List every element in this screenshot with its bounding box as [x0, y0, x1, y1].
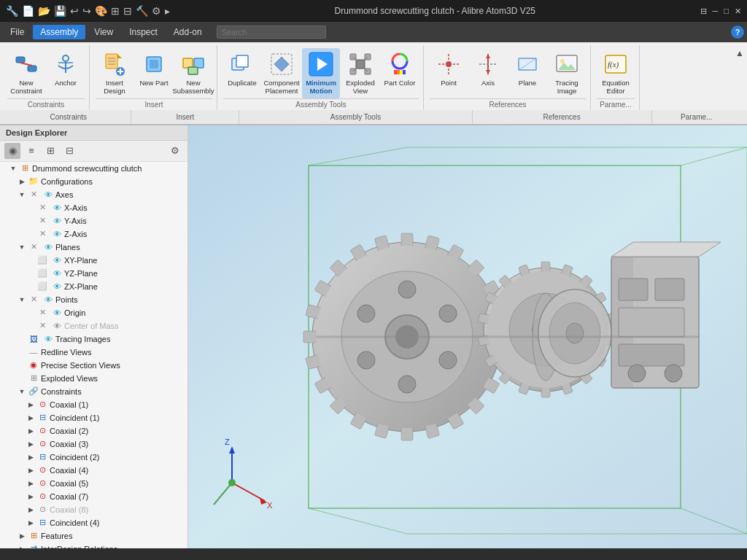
tree-container[interactable]: ▼ ⊞ Drummond screwcutting clutch ▶ 📁 Con…: [0, 162, 187, 548]
axes-toggle[interactable]: ▼: [18, 190, 26, 199]
tree-planes[interactable]: ▼ ✕ 👁 Planes: [0, 241, 187, 254]
config-toggle[interactable]: ▶: [18, 177, 26, 186]
axes-visibility-icon: ✕: [28, 189, 39, 201]
insert-design-button[interactable]: Insert Design: [96, 48, 133, 98]
menu-view[interactable]: View: [87, 25, 120, 39]
tracing-image-button[interactable]: Tracing Image: [548, 48, 586, 98]
tree-yz-plane[interactable]: ▶ ⬜ 👁 YZ-Plane: [0, 267, 187, 280]
tree-coaxial-8[interactable]: ▶ ⊙ Coaxial (8): [0, 503, 187, 516]
tree-zx-plane[interactable]: ▶ ⬜ 👁 ZX-Plane: [0, 280, 187, 293]
exploded-view-button[interactable]: Exploded View: [341, 48, 379, 98]
equation-editor-icon: f(x): [603, 51, 629, 77]
svg-marker-44: [486, 54, 490, 58]
tree-coincident-2[interactable]: ▶ ⊟ Coincident (2): [0, 451, 187, 464]
duplicate-button[interactable]: Duplicate: [223, 48, 261, 90]
tree-precise-section-views[interactable]: ▶ ◉ Precise Section Views: [0, 359, 187, 372]
undo-icon[interactable]: ↩: [70, 5, 79, 17]
tree-configurations[interactable]: ▶ 📁 Configurations: [0, 175, 187, 188]
tree-axes[interactable]: ▼ ✕ 👁 Axes: [0, 188, 187, 201]
coaxial8-toggle[interactable]: ▶: [26, 505, 35, 514]
tree-coaxial-4[interactable]: ▶ ⊙ Coaxial (4): [0, 464, 187, 477]
coaxial4-toggle[interactable]: ▶: [26, 466, 35, 475]
tree-features[interactable]: ▶ ⊞ Features: [0, 529, 187, 542]
root-toggle[interactable]: ▼: [9, 164, 18, 173]
coincident4-toggle[interactable]: ▶: [26, 518, 35, 527]
tree-coaxial-7[interactable]: ▶ ⊙ Coaxial (7): [0, 490, 187, 503]
minimum-motion-button[interactable]: Minimum Motion: [302, 48, 340, 98]
coincident2-toggle[interactable]: ▶: [26, 453, 35, 462]
coaxial3-toggle[interactable]: ▶: [26, 440, 35, 448]
tree-coaxial-3[interactable]: ▶ ⊙ Coaxial (3): [0, 438, 187, 451]
list-view-button[interactable]: ≡: [23, 143, 39, 159]
color-icon[interactable]: 🎨: [95, 5, 107, 17]
tree-redline-views[interactable]: ▶ — Redline Views: [0, 346, 187, 359]
point-button[interactable]: Point: [430, 48, 468, 90]
tree-origin[interactable]: ▶ ✕ 👁 Origin: [0, 306, 187, 319]
points-toggle[interactable]: ▼: [18, 295, 26, 304]
equation-editor-button[interactable]: f(x) Equation Editor: [597, 48, 635, 98]
settings-icon[interactable]: ⚙: [152, 5, 161, 17]
tree-z-axis[interactable]: ▶ ✕ 👁 Z-Axis: [0, 228, 187, 241]
minimize-button[interactable]: ─: [713, 7, 719, 16]
features-toggle[interactable]: ▶: [18, 532, 26, 540]
help-button[interactable]: ?: [731, 26, 744, 39]
more-icon[interactable]: ▸: [165, 5, 170, 17]
tree-x-axis[interactable]: ▶ ✕ 👁 X-Axis: [0, 201, 187, 214]
coaxial7-toggle[interactable]: ▶: [26, 492, 35, 501]
tools-icon[interactable]: 🔨: [136, 5, 148, 17]
tree-coaxial-1[interactable]: ▶ ⊙ Coaxial (1): [0, 398, 187, 411]
tree-points[interactable]: ▼ ✕ 👁 Points: [0, 293, 187, 306]
tree-root[interactable]: ▼ ⊞ Drummond screwcutting clutch: [0, 162, 187, 175]
menu-inspect[interactable]: Inspect: [122, 25, 165, 39]
grid-icon[interactable]: ⊟: [123, 5, 132, 17]
tree-center-of-mass[interactable]: ▶ ✕ 👁 Center of Mass: [0, 319, 187, 332]
redo-icon[interactable]: ↪: [82, 5, 91, 17]
interdesign-toggle[interactable]: ▶: [18, 545, 26, 548]
planes-toggle[interactable]: ▼: [18, 243, 26, 252]
open-icon[interactable]: 📂: [38, 5, 50, 17]
tree-coincident-1[interactable]: ▶ ⊟ Coincident (1): [0, 411, 187, 424]
snap-icon[interactable]: ⊞: [111, 5, 120, 17]
menu-assembly[interactable]: Assembly: [33, 25, 85, 39]
coaxial1-toggle[interactable]: ▶: [26, 400, 35, 409]
close-button[interactable]: ✕: [735, 7, 741, 16]
explorer-settings-button[interactable]: ⚙: [167, 143, 183, 159]
part-color-button[interactable]: Part Color: [381, 48, 419, 90]
anchor-button[interactable]: Anchor: [47, 48, 85, 90]
tree-constraints-folder[interactable]: ▼ 🔗 Constraints: [0, 385, 187, 398]
save-icon[interactable]: 💾: [54, 5, 66, 17]
viewport[interactable]: Z X: [188, 125, 747, 548]
component-placement-button[interactable]: Component Placement: [263, 48, 301, 98]
tree-coincident-4[interactable]: ▶ ⊟ Coincident (4): [0, 516, 187, 529]
insert-design-label: Insert Design: [97, 79, 132, 96]
maximize-button[interactable]: □: [724, 7, 729, 16]
axis-button[interactable]: Axis: [469, 48, 507, 90]
color-wheel-button[interactable]: ◉: [4, 143, 20, 159]
constraints-toggle[interactable]: ▼: [18, 387, 26, 396]
window-dropdown[interactable]: ⊟: [700, 7, 707, 16]
tree-coaxial-2[interactable]: ▶ ⊙ Coaxial (2): [0, 424, 187, 438]
search-input[interactable]: [217, 26, 326, 39]
tree-y-axis[interactable]: ▶ ✕ 👁 Y-Axis: [0, 214, 187, 228]
new-icon[interactable]: 📄: [22, 5, 34, 17]
window-controls[interactable]: ⊟ ─ □ ✕: [700, 7, 741, 16]
coaxial5-toggle[interactable]: ▶: [26, 479, 35, 488]
coincident1-toggle[interactable]: ▶: [26, 413, 35, 422]
new-subassembly-button[interactable]: New Subassembly: [174, 48, 212, 98]
coaxial2-toggle[interactable]: ▶: [26, 427, 35, 435]
menu-addon[interactable]: Add-on: [166, 25, 209, 39]
menu-file[interactable]: File: [3, 25, 31, 39]
tree-coaxial-5[interactable]: ▶ ⊙ Coaxial (5): [0, 477, 187, 490]
new-part-button[interactable]: New Part: [135, 48, 173, 90]
ribbon-collapse-button[interactable]: ▲: [735, 48, 744, 58]
tree-xy-plane[interactable]: ▶ ⬜ 👁 XY-Plane: [0, 254, 187, 267]
plane-button[interactable]: Plane: [508, 48, 546, 90]
new-constraint-button[interactable]: New Constraint: [7, 48, 45, 98]
details-view-button[interactable]: ⊟: [61, 143, 77, 159]
plane-icon: [514, 51, 541, 77]
tree-interdesign-relations[interactable]: ▶ ⇄ InterDesign Relations: [0, 542, 187, 548]
tree-tracing-images[interactable]: ▶ 🖼 👁 Tracing Images: [0, 332, 187, 346]
outline-view-button[interactable]: ⊞: [42, 143, 58, 159]
ribbon-group-constraints: New Constraint Anchor Constraints: [3, 45, 90, 110]
tree-exploded-views[interactable]: ▶ ⊞ Exploded Views: [0, 372, 187, 385]
